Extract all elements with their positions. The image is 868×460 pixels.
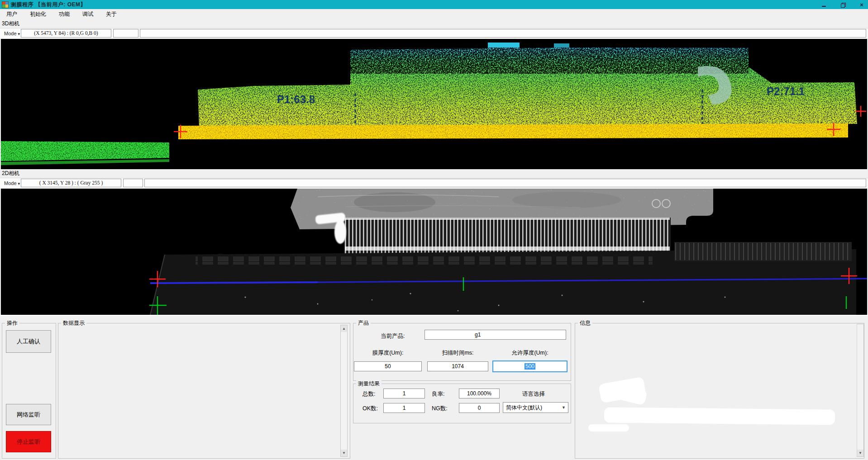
allow-thickness-label: 允许厚度(Um): <box>492 349 568 357</box>
language-select[interactable]: 简体中文(默认) ▼ <box>503 402 568 413</box>
total-input[interactable]: 1 <box>383 389 425 398</box>
camera3d-mode-box3 <box>140 29 866 38</box>
film-thickness-input[interactable]: 50 <box>354 361 422 371</box>
window-title: 测膜程序 【当前用户: OEM】 <box>11 1 86 9</box>
ng-count-input[interactable]: 0 <box>459 403 500 413</box>
camera2d-pixel-readout: ( X 3145, Y 28 ) : ( Gray 255 ) <box>21 179 121 187</box>
current-product-input[interactable]: g1 <box>424 330 566 340</box>
camera2d-mode-button[interactable]: Mode ▾ <box>2 179 22 187</box>
app-icon <box>2 1 9 8</box>
info-group-label: 信息 <box>578 319 592 327</box>
film-thickness-label: 膜厚度(Um): <box>354 349 422 357</box>
camera2d-mode-box3 <box>144 179 866 187</box>
restore-icon[interactable] <box>839 1 846 8</box>
scroll-down-icon[interactable]: ▼ <box>857 450 863 456</box>
yield-label: 良率: <box>432 390 444 398</box>
yield-input[interactable]: 100.000% <box>459 389 500 398</box>
manual-confirm-button[interactable]: 人工确认 <box>6 330 51 353</box>
table-scrollbar[interactable]: ▲ ▼ <box>340 325 348 457</box>
language-label: 语言选择 <box>522 390 545 398</box>
stop-listen-button[interactable]: 停止监听 <box>6 431 51 452</box>
chevron-down-icon: ▾ <box>18 32 20 36</box>
chevron-down-icon: ▾ <box>18 181 20 186</box>
close-icon[interactable]: × <box>858 1 865 8</box>
annotation-p2: P2:71.1 <box>767 85 805 97</box>
redaction-patch <box>588 424 629 432</box>
title-bar: 测膜程序 【当前用户: OEM】 × <box>0 0 868 9</box>
network-listen-button[interactable]: 网络监听 <box>6 404 51 425</box>
ok-count-label: OK数: <box>362 405 378 413</box>
results-group-label: 测量结果 <box>356 380 382 388</box>
camera2d-mode-box2 <box>123 179 143 187</box>
annotation-p1: P1:63.8 <box>277 93 315 105</box>
ok-count-input[interactable]: 1 <box>383 403 425 413</box>
info-scrollbar[interactable]: ▼ <box>857 324 864 457</box>
menu-about[interactable]: 关于 <box>100 9 123 19</box>
operation-group: 操作 人工确认 网络监听 停止监听 <box>2 323 56 459</box>
camera3d-mode-box2 <box>113 29 138 38</box>
menu-user[interactable]: 用户 <box>0 9 24 19</box>
camera3d-mode-bar: Mode ▾ (X 5473, Y 84) : (R 0,G 0,B 0) <box>0 28 868 39</box>
bottom-panel: 操作 人工确认 网络监听 停止监听 数据显示 Item Pos1 Pos2 De… <box>0 315 868 460</box>
chevron-down-icon: ▼ <box>562 405 566 410</box>
camera3d-viewport[interactable]: P1:63.8 P2:71.1 <box>1 39 867 169</box>
ng-count-label: NG数: <box>432 405 448 413</box>
allow-thickness-input[interactable]: 500 <box>492 360 568 372</box>
results-group: 测量结果 总数: 1 良率: 100.000% 语言选择 OK数: 1 NG数:… <box>353 384 571 423</box>
menu-initialize[interactable]: 初始化 <box>24 9 52 19</box>
data-display-group: 数据显示 <box>58 323 350 459</box>
scroll-up-icon[interactable]: ▲ <box>341 325 347 332</box>
menu-bar: 用户 初始化 功能 调试 关于 <box>0 9 868 20</box>
scroll-down-icon[interactable]: ▼ <box>341 450 347 456</box>
camera3d-mode-button[interactable]: Mode ▾ <box>2 29 22 38</box>
camera3d-section-label: 3D相机 <box>0 19 868 28</box>
total-label: 总数: <box>362 390 375 398</box>
current-product-label: 当前产品: <box>381 332 405 340</box>
camera2d-section-label: 2D相机 <box>0 169 868 178</box>
operation-group-label: 操作 <box>5 319 19 327</box>
menu-function[interactable]: 功能 <box>52 9 76 19</box>
scan-time-input[interactable]: 1074 <box>427 361 488 371</box>
menu-debug[interactable]: 调试 <box>76 9 100 19</box>
product-group-label: 产品 <box>356 319 371 327</box>
data-display-group-label: 数据显示 <box>61 319 86 327</box>
camera2d-viewport[interactable] <box>1 189 867 315</box>
scan-time-label: 扫描时间ms: <box>427 349 488 357</box>
redaction-patch <box>604 407 835 425</box>
product-group: 产品 当前产品: g1 膜厚度(Um): 扫描时间ms: 允许厚度(Um): 5… <box>353 323 571 381</box>
minimize-icon[interactable] <box>820 1 827 8</box>
camera3d-pixel-readout: (X 5473, Y 84) : (R 0,G 0,B 0) <box>21 29 111 38</box>
camera2d-mode-bar: Mode ▾ ( X 3145, Y 28 ) : ( Gray 255 ) <box>0 178 868 189</box>
